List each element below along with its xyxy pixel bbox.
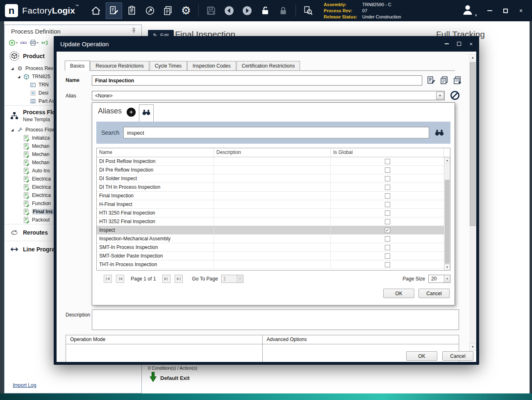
is-global-checkbox[interactable] [385,210,390,216]
settings-icon[interactable]: ⚙ [178,2,194,19]
scroll-up-icon[interactable]: ▲ [444,157,450,163]
dialog-minimize-button[interactable] [445,43,449,44]
alias-row-hti-3252-final-inspection[interactable]: HTI 3252 Final Inspection [97,217,444,226]
tab-cycle-times[interactable]: Cycle Times [150,61,187,70]
alias-row-final-inspection[interactable]: Final Inspection [97,192,444,200]
last-page-button[interactable] [175,275,183,283]
table-scrollbar[interactable]: ▲ ▼ [444,157,450,270]
forward-icon[interactable] [239,2,255,19]
minimize-button[interactable] [487,8,493,14]
is-global-checkbox[interactable] [385,245,390,250]
name-input[interactable] [92,75,422,86]
dialog-maximize-button[interactable] [457,42,461,46]
scrollbar-thumb[interactable] [445,180,450,264]
popup-ok-button[interactable]: OK [383,289,414,298]
previous-page-button[interactable] [116,275,124,283]
import-log-link[interactable]: Import Log [13,382,36,388]
maximize-button[interactable] [502,8,508,14]
first-page-button[interactable] [104,275,112,283]
search-input[interactable] [123,127,429,138]
dialog-ok-button[interactable]: OK [406,351,437,361]
description-input[interactable] [92,310,459,330]
is-global-checkbox[interactable] [385,185,390,190]
close-button[interactable]: × [518,8,524,14]
dialog-scrollbar-thumb[interactable] [470,62,476,226]
alias-row-tht-in-process-inspection[interactable]: THT-In Process Inspection [97,260,444,269]
edit-icon[interactable] [106,2,122,19]
column-header-description[interactable]: Description [214,148,331,157]
book-icon [30,98,36,105]
alias-dropdown[interactable]: <None> ▾ [92,91,445,100]
goto-page-select[interactable]: ▾ [221,275,243,283]
is-global-checkbox[interactable] [385,193,390,199]
alias-row-di-th-in-process-inspection[interactable]: DI TH In Process Inspection [97,183,444,192]
save-icon[interactable] [203,2,219,19]
back-icon[interactable] [221,2,237,19]
is-global-checkbox[interactable] [385,219,390,224]
search-icon[interactable] [433,129,446,136]
dialog-close-button[interactable]: × [469,41,473,47]
home-icon[interactable] [88,2,104,19]
alias-row-smt-in-process-inspection[interactable]: SMT-In Process Inspection [97,243,444,252]
clipboard-icon[interactable] [124,2,140,19]
search-tab[interactable] [139,104,154,122]
copy-icon[interactable] [439,75,449,85]
alias-row-smt-solder-paste-inspection[interactable]: SMT-Solder Paste Inspection [97,252,444,260]
dialog-scroll-up-icon[interactable]: ▲ [469,54,476,61]
documents-icon[interactable] [160,2,176,19]
alias-row-di-post-reflow-inspection[interactable]: DI Post Reflow Inspection [97,157,444,166]
alias-name-cell: Final Inspection [97,192,214,200]
alias-row-di-solder-inspect[interactable]: DI Solder Inspect [97,174,444,183]
default-exit[interactable]: Default Exit [150,372,190,384]
titlebar: n FactoryLogix™ ⚙ Assembly:TRN82590 - C … [0,0,532,21]
print-icon[interactable]: ▾ [30,38,39,47]
expander-icon[interactable]: ◢ [10,67,14,70]
tab-inspection-codes[interactable]: Inspection Codes [187,61,236,70]
is-global-checkbox[interactable] [385,159,390,164]
tab-certification-restrictions[interactable]: Certification Restrictions [236,61,300,70]
alias-row-hti-3250-final-inspection[interactable]: HTI 3250 Final Inspection [97,209,444,217]
alias-row-h-final-inspect[interactable]: H-Final Inspect [97,200,444,209]
dialog-titlebar[interactable]: Update Operation × [54,36,479,52]
expander-icon[interactable]: ◢ [17,75,21,79]
column-header-name[interactable]: Name [97,148,214,157]
clear-alias-icon[interactable] [450,91,459,100]
dialog-cancel-button[interactable]: Cancel [442,351,473,361]
tab-resource-restrictions[interactable]: Resource Restrictions [90,61,149,70]
edit-text-icon[interactable] [426,75,436,85]
column-header-is-global[interactable]: Is Global [331,148,444,157]
tree-node-label: Mechan [32,151,50,157]
alias-dropdown-button[interactable]: ▾ [436,92,444,99]
unlock-icon[interactable] [257,2,273,19]
page-size-select[interactable]: 20▾ [428,275,450,283]
pin-icon[interactable] [131,28,136,35]
add-icon[interactable]: ▾ [9,38,18,47]
link-icon[interactable] [20,38,27,47]
user-icon[interactable]: × [462,4,475,18]
alias-row-inspection-mechanical-assembly[interactable]: Inspection-Mechanical Assembly [97,235,444,243]
copy-add-icon[interactable] [452,75,462,85]
find-icon[interactable] [300,2,316,19]
tab-basics[interactable]: Basics [65,61,90,71]
add-alias-button[interactable]: + [127,108,136,117]
is-global-checkbox[interactable] [385,236,390,242]
is-global-checkbox[interactable] [385,167,390,173]
dialog-scrollbar[interactable]: ▲ ▼ [469,54,476,350]
navigate-icon[interactable] [142,2,158,19]
alias-is-global-cell [331,260,444,269]
is-global-checkbox[interactable] [385,262,390,267]
sync-icon[interactable] [41,38,48,47]
popup-cancel-button[interactable]: Cancel [418,289,450,298]
is-global-checkbox[interactable] [385,228,390,233]
expander-icon[interactable]: ◢ [10,128,14,132]
alias-row-di-pre-reflow-inspection[interactable]: DI Pre Reflow Inspection [97,166,444,174]
next-page-button[interactable] [162,275,171,283]
scroll-down-icon[interactable]: ▼ [444,264,450,270]
lock-icon[interactable] [275,2,291,19]
is-global-checkbox[interactable] [385,202,390,207]
alias-row-inspect[interactable]: Inspect [97,226,444,235]
conditions-summary[interactable]: 0 Condition(s) / Action(s) [148,364,200,371]
dialog-scroll-down-icon[interactable]: ▼ [469,344,476,350]
is-global-checkbox[interactable] [385,253,390,259]
is-global-checkbox[interactable] [385,176,390,181]
